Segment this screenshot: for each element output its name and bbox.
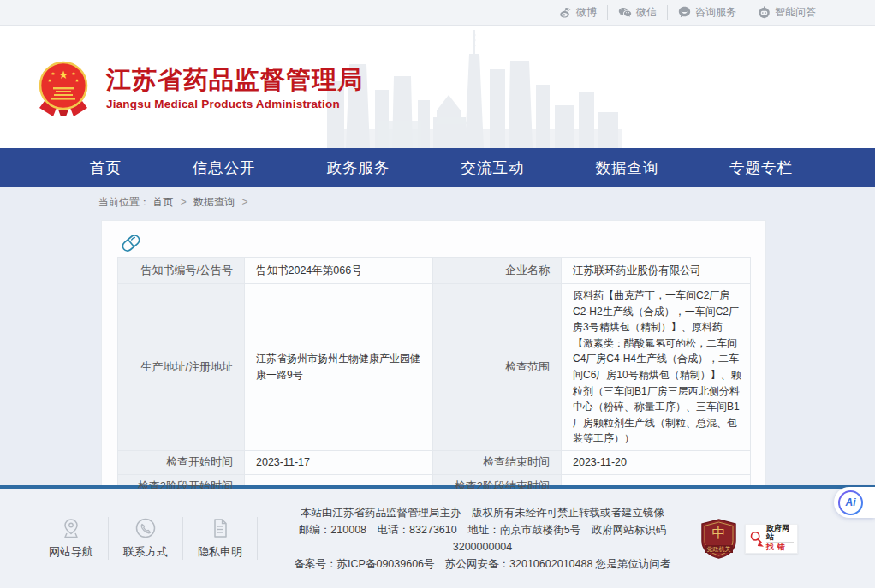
svg-text:★: ★ — [48, 78, 52, 83]
footer-link-label: 联系方式 — [123, 544, 168, 560]
main-nav: 首页 信息公开 政务服务 交流互动 数据查询 专题专栏 — [0, 148, 875, 187]
table-row: 告知书编号/公告号 告知书2024年第066号 企业名称 江苏联环药业股份有限公… — [118, 258, 751, 284]
find-error-badge-text: 政府网站 找错 — [766, 525, 794, 553]
table-row: 生产地址/注册地址 江苏省扬州市扬州生物健康产业园健康一路9号 检查范围 原料药… — [118, 284, 751, 451]
find-error-badge[interactable]: 政府网站 找错 — [745, 524, 798, 554]
privacy-doc-icon — [209, 517, 231, 539]
field-label: 检查开始时间 — [118, 450, 245, 474]
field-value: 2023-11-20 — [562, 450, 751, 474]
field-value: 2023-11-17 — [245, 450, 433, 474]
phone-icon — [134, 517, 157, 539]
footer-link-privacy[interactable]: 隐私申明 — [183, 517, 258, 560]
breadcrumb-separator: > — [241, 196, 247, 208]
breadcrumb-section-link[interactable]: 数据查询 — [193, 196, 235, 208]
robot-icon — [758, 6, 771, 19]
footer-line-contact: 邮编：210008 电话：83273610 地址：南京市鼓楼街5号 政府网站标识… — [270, 521, 695, 555]
footer-line-icp: 备案号：苏ICP备09039606号 苏公网安备：32010602010488 … — [270, 555, 695, 573]
top-utility-bar: 微博 微信 咨询服务 智能问答 — [0, 0, 875, 26]
city-skyline-art — [327, 28, 622, 148]
breadcrumb-separator: > — [181, 196, 187, 208]
brand-titles: 江苏省药品监督管理局 Jiangsu Medical Products Admi… — [106, 66, 363, 110]
footer-link-label: 网站导航 — [49, 544, 93, 560]
field-label: 生产地址/注册地址 — [118, 284, 245, 451]
field-label: 告知书编号/公告号 — [118, 258, 245, 284]
nav-item-special-topics[interactable]: 专题专栏 — [729, 157, 793, 178]
footer-badges: 中 党政机关 政府网站 找错 — [700, 519, 798, 559]
topbar-item-label: 智能问答 — [775, 5, 816, 20]
topbar-item-label: 咨询服务 — [695, 5, 736, 20]
ai-assistant-button[interactable]: Ai — [834, 487, 875, 518]
topbar-item-label: 微信 — [636, 5, 657, 20]
breadcrumb-prefix: 当前位置： — [98, 196, 150, 208]
footer-info: 本站由江苏省药品监督管理局主办 版权所有未经许可禁止转载或者建立镜像 邮编：21… — [258, 504, 700, 573]
footer-link-site-map[interactable]: 网站导航 — [34, 517, 109, 560]
field-label: 检查结束时间 — [433, 450, 562, 474]
svg-text:党政机关: 党政机关 — [707, 545, 731, 553]
svg-text:★: ★ — [72, 71, 76, 76]
location-pin-icon — [60, 517, 82, 539]
gov-shield-badge[interactable]: 中 党政机关 — [700, 519, 737, 559]
wechat-icon — [618, 7, 632, 18]
nav-item-interaction[interactable]: 交流互动 — [461, 157, 524, 178]
chat-bubble-icon — [678, 6, 691, 19]
footer-links: 网站导航 联系方式 隐私申明 — [34, 517, 258, 560]
footer: 网站导航 联系方式 隐私申明 本站由江苏省药品监督管理局主办 版权所有未经许可禁… — [0, 489, 875, 588]
breadcrumb-home-link[interactable]: 首页 — [152, 196, 173, 208]
site-title: 江苏省药品监督管理局 — [106, 66, 363, 94]
field-value: 告知书2024年第066号 — [245, 258, 433, 284]
field-value: 江苏省扬州市扬州生物健康产业园健康一路9号 — [245, 284, 433, 451]
brand-block: ★ ★ ★ ★ ★ 江苏省药品监督管理局 Jiangsu Medical Pro… — [36, 60, 363, 116]
footer-link-contact[interactable]: 联系方式 — [109, 517, 183, 560]
weibo-link[interactable]: 微博 — [549, 5, 607, 20]
ai-icon: Ai — [838, 490, 863, 515]
svg-text:★: ★ — [51, 71, 56, 76]
footer-link-label: 隐私申明 — [198, 544, 242, 560]
wechat-link[interactable]: 微信 — [607, 5, 667, 20]
consult-service-link[interactable]: 咨询服务 — [667, 5, 747, 20]
national-emblem: ★ ★ ★ ★ ★ — [36, 60, 91, 116]
table-row: 检查开始时间 2023-11-17 检查结束时间 2023-11-20 — [118, 450, 751, 474]
field-label: 企业名称 — [433, 258, 562, 284]
footer-line-host: 本站由江苏省药品监督管理局主办 版权所有未经许可禁止转载或者建立镜像 — [270, 504, 695, 521]
svg-text:中: 中 — [712, 526, 726, 540]
main-content: 当前位置： 首页 > 数据查询 > 告知书编号/公告号 告知书2024年第066… — [0, 187, 875, 485]
svg-text:★: ★ — [75, 78, 80, 83]
svg-text:★: ★ — [58, 68, 68, 81]
field-value: 原料药【曲克芦丁，一车间C2厂房C2-H2生产线（合成），一车间C2厂房3号精烘… — [562, 284, 751, 451]
nav-item-home[interactable]: 首页 — [90, 157, 122, 178]
field-value: 江苏联环药业股份有限公司 — [562, 258, 751, 284]
nav-item-gov-services[interactable]: 政务服务 — [327, 157, 390, 178]
weibo-icon — [559, 7, 572, 18]
nav-item-info-disclosure[interactable]: 信息公开 — [193, 157, 256, 178]
magnifier-icon — [749, 529, 764, 548]
site-header: ★ ★ ★ ★ ★ 江苏省药品监督管理局 Jiangsu Medical Pro… — [0, 26, 875, 148]
site-subtitle: Jiangsu Medical Products Administration — [106, 98, 363, 110]
smart-qa-link[interactable]: 智能问答 — [747, 5, 826, 20]
field-label: 检查范围 — [433, 284, 562, 451]
pill-icon — [119, 231, 143, 255]
topbar-item-label: 微博 — [576, 5, 597, 20]
breadcrumb: 当前位置： 首页 > 数据查询 > — [98, 195, 875, 210]
nav-item-data-query[interactable]: 数据查询 — [595, 157, 658, 178]
